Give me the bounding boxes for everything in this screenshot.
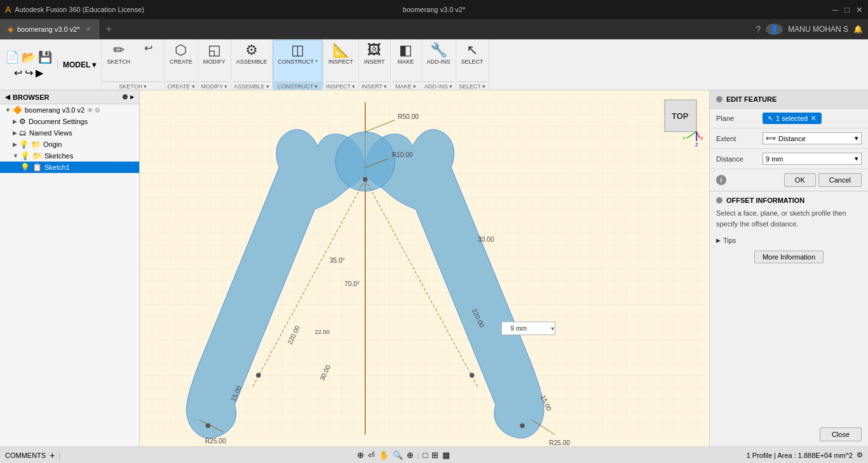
comments-label: COMMENTS [5,452,46,459]
select-button[interactable]: ↖ SELECT [458,41,487,81]
insert-button[interactable]: 🖼 INSERT [360,41,389,81]
undo-icon[interactable]: ↩ [14,67,22,79]
profile-status: 1 Profile | Area : 1.888E+04 mm^2 [747,452,853,459]
cancel-button[interactable]: Cancel [818,173,862,187]
distance-row: Distance 9 mm ▾ [710,149,868,169]
construct-group: ◫ CONSTRUCT * CONSTRUCT ▾ [273,39,323,90]
origin-folder-icon: 📁 [31,140,41,149]
root-visibility-icon[interactable]: 👁 [87,107,93,114]
insert-group: 🖼 INSERT INSERT ▾ [359,39,391,90]
inspect-button[interactable]: 📐 INSPECT [325,41,357,81]
browser-item-root[interactable]: ▼ 🔶 boomerang v3.0 v2 👁 ⚙ [0,104,139,116]
browser-item-sketches[interactable]: ▼ 💡 📁 Sketches [0,150,139,162]
browser-item-named-views[interactable]: ▶ 🗂 Named Views [0,127,139,139]
app-logo-icon: A [5,4,11,15]
extent-value: ⟺ Distance ▾ [763,132,862,144]
zoom-tool[interactable]: 🔍 [393,450,403,460]
origin-arrow[interactable]: ▶ [13,141,17,148]
browser-collapse-icon[interactable]: ◀ [5,93,10,100]
assemble-button[interactable]: ⚙ ASSEMBLE [233,41,271,81]
maximize-button[interactable]: □ [844,5,850,15]
svg-text:Z: Z [695,142,698,148]
make-label: MAKE ▾ [392,81,420,90]
doc-settings-arrow[interactable]: ▶ [13,118,17,125]
construct-button[interactable]: ◫ CONSTRUCT * [274,41,321,81]
root-expand-arrow[interactable]: ▼ [5,107,11,113]
tips-arrow-icon: ▶ [716,237,721,244]
tips-label: Tips [723,237,736,244]
edit-feature-panel: EDIT FEATURE Plane ↖ 1 selected ✕ Extent… [709,90,868,446]
more-info-button[interactable]: More Information [754,251,824,263]
addins-icon: 🔧 [430,43,447,57]
plane-selected-badge[interactable]: ↖ 1 selected ✕ [763,113,822,124]
extent-row: Extent ⟺ Distance ▾ [710,128,868,149]
more-icon[interactable]: ▶ [36,67,43,79]
new-file-icon[interactable]: 📄 [5,50,19,64]
browser-expand-icon[interactable]: ⊕ [122,93,128,101]
sketches-arrow[interactable]: ▼ [13,153,18,159]
orbit-tool[interactable]: ⊕ [357,450,364,460]
modify-button[interactable]: ◱ MODIFY [200,41,229,81]
pan-tool[interactable]: ✋ [379,450,389,460]
plane-clear-button[interactable]: ✕ [810,114,817,123]
create-button[interactable]: ⬡ CREATE [166,41,196,81]
settings-icon[interactable]: ⚙ [857,451,863,459]
sketch-button[interactable]: ✏ SKETCH [103,41,134,81]
notification-icon[interactable]: 🔔 [853,25,863,34]
display-mode-button[interactable]: □ [423,450,428,460]
addins-group: 🔧 ADD-INS ADD-INS ▾ [422,39,456,90]
fit-tool[interactable]: ⊕ [407,450,414,460]
origin-label: Origin [43,141,62,148]
doc-settings-icon: ⚙ [19,117,26,126]
save-icon[interactable]: 💾 [38,50,52,64]
new-tab-button[interactable]: + [99,19,118,39]
home-tool[interactable]: ⏎ [368,450,375,460]
create-label: CREATE ▾ [166,81,196,90]
browser-item-origin[interactable]: ▶ 💡 📁 Origin [0,139,139,150]
named-views-arrow[interactable]: ▶ [13,130,17,136]
distance-chevron-icon: ▾ [855,155,858,163]
assemble-group: ⚙ ASSEMBLE ASSEMBLE ▾ [231,39,273,90]
svg-text:R10.00: R10.00 [392,151,413,158]
extent-dropdown[interactable]: ⟺ Distance ▾ [763,132,862,144]
close-panel-button[interactable]: Close [820,427,862,441]
modify-icon: ◱ [208,43,221,57]
browser-item-doc-settings[interactable]: ▶ ⚙ Document Settings [0,116,139,127]
help-icon[interactable]: ? [756,24,761,34]
root-settings-icon[interactable]: ⚙ [95,107,100,114]
browser-menu-icon[interactable]: ▸ [130,93,134,101]
grid-toggle[interactable]: ⊞ [431,450,438,460]
sketches-label: Sketches [44,152,73,160]
tips-row[interactable]: ▶ Tips [710,234,868,247]
distance-dropdown[interactable]: 9 mm ▾ [763,153,862,165]
quick-access-toolbar: 📄 📂 💾 ↩ ↪ ▶ MODEL ▾ [0,39,102,90]
view-menu[interactable]: ▦ [442,450,450,460]
svg-rect-30 [501,322,555,335]
minimize-button[interactable]: ─ [832,5,838,15]
info-icon[interactable]: i [716,175,726,185]
svg-point-29 [520,424,524,428]
finish-sketch-button[interactable]: ↩ [135,41,163,81]
svg-text:9 mm: 9 mm [510,325,527,332]
nav-cube-svg: TOP X Y Z [652,97,703,148]
model-dropdown[interactable]: MODEL ▾ [57,60,96,69]
make-button[interactable]: ◧ MAKE [392,41,420,81]
ok-button[interactable]: OK [784,173,816,187]
extent-chevron-icon: ▾ [855,134,858,142]
nav-cube[interactable]: TOP X Y Z [652,97,703,148]
add-comment-button[interactable]: + [50,450,55,460]
open-file-icon[interactable]: 📂 [22,50,36,64]
sketch1-icon: 📋 [32,163,42,172]
select-group: ↖ SELECT SELECT ▾ [456,39,489,90]
canvas-area[interactable]: R50.00 R10.00 35.0° 70.0° 30.00 220.00 2… [140,90,709,446]
insert-label: INSERT ▾ [360,81,389,90]
browser-item-sketch1[interactable]: 💡 📋 Sketch1 [0,162,139,173]
addins-button[interactable]: 🔧 ADD-INS [423,41,454,81]
svg-text:TOP: TOP [672,111,689,121]
tab-main[interactable]: ◈ boomerang v3.0 v2* ✕ [0,19,99,39]
panel-header-dot [716,96,722,102]
window-title-center: boomerang v3.0 v2* [403,6,465,13]
tab-close-button[interactable]: ✕ [86,25,91,32]
close-button[interactable]: ✕ [856,5,863,15]
redo-icon[interactable]: ↪ [25,67,33,79]
